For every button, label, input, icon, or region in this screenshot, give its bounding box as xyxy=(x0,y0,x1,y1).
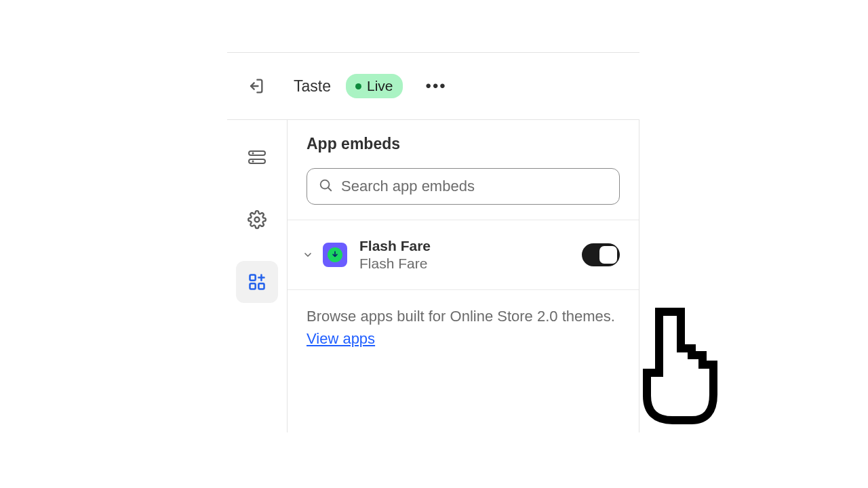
sidebar xyxy=(227,120,287,432)
sidebar-item-settings[interactable] xyxy=(236,199,278,241)
svg-rect-3 xyxy=(250,275,256,281)
status-dot-icon xyxy=(355,83,361,89)
app-embed-row[interactable]: Flash Fare Flash Fare xyxy=(288,220,639,290)
search-input[interactable] xyxy=(341,178,608,195)
sidebar-item-app-embeds[interactable] xyxy=(236,261,278,303)
sidebar-item-sections[interactable] xyxy=(236,136,278,178)
section-title: App embeds xyxy=(288,120,639,168)
more-menu-button[interactable]: ••• xyxy=(426,77,447,96)
footer-prefix: Browse apps built for Online Store 2.0 t… xyxy=(307,308,615,325)
search-input-wrap[interactable] xyxy=(307,168,620,205)
app-labels: Flash Fare Flash Fare xyxy=(359,238,574,272)
app-subtitle: Flash Fare xyxy=(359,256,574,272)
svg-point-6 xyxy=(321,180,330,189)
app-title: Flash Fare xyxy=(359,238,574,254)
status-label: Live xyxy=(367,78,393,94)
view-apps-link[interactable]: View apps xyxy=(307,330,375,347)
svg-rect-0 xyxy=(249,151,265,155)
content: App embeds xyxy=(287,120,639,432)
chevron-down-icon[interactable] xyxy=(301,249,315,260)
editor-panel: Taste Live ••• xyxy=(227,52,639,432)
exit-icon[interactable] xyxy=(246,77,265,96)
svg-point-2 xyxy=(255,218,260,222)
app-icon xyxy=(323,243,347,267)
search-wrap xyxy=(288,168,639,220)
svg-rect-4 xyxy=(250,283,256,289)
body: App embeds xyxy=(227,119,639,432)
cursor-pointer-icon xyxy=(627,308,722,432)
topbar: Taste Live ••• xyxy=(227,53,639,119)
theme-name: Taste xyxy=(294,77,331,96)
toggle-knob xyxy=(599,246,617,264)
status-badge: Live xyxy=(346,74,403,98)
footer-text: Browse apps built for Online Store 2.0 t… xyxy=(288,290,639,365)
svg-rect-5 xyxy=(258,283,264,289)
app-toggle[interactable] xyxy=(582,243,620,266)
search-icon xyxy=(318,178,333,195)
svg-rect-1 xyxy=(249,159,265,163)
